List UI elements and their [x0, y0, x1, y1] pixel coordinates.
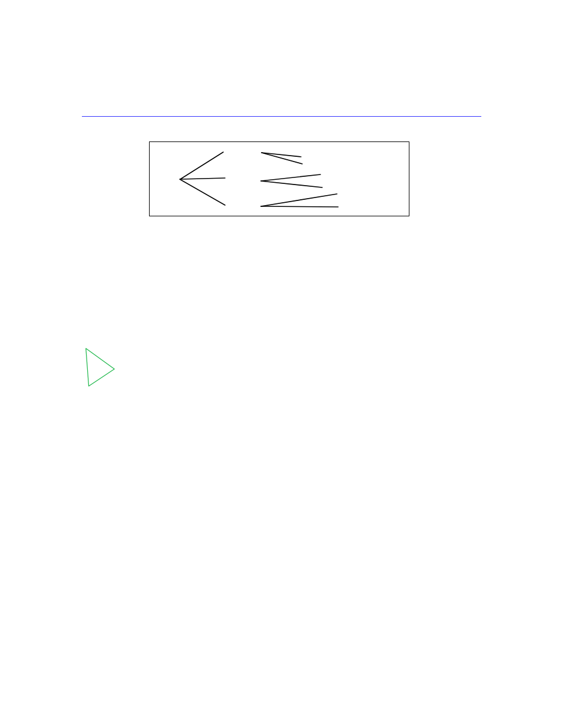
figure-diagram — [150, 142, 410, 217]
svg-marker-0 — [86, 348, 114, 386]
section-rule — [82, 116, 481, 117]
figure-frame — [149, 141, 409, 216]
triangle-icon — [82, 347, 117, 388]
